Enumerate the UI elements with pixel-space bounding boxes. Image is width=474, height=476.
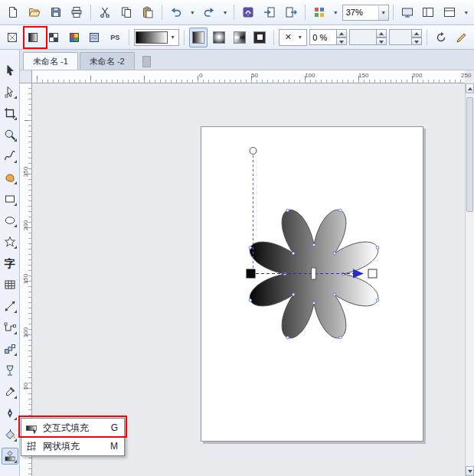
window-layout-button[interactable] [419,2,439,22]
spinner-steppers[interactable] [412,29,422,45]
step-down-icon[interactable] [412,37,422,46]
spinner-steppers[interactable] [337,29,347,45]
edit-fill-button[interactable] [453,28,471,47]
ellipse-tool[interactable] [2,212,18,229]
redo-button[interactable] [199,2,219,22]
paste-button[interactable] [138,2,158,22]
menu-item-interactive-fill[interactable]: 交互式填充 G [21,419,124,437]
freehand-tool[interactable] [2,148,18,165]
no-fill-button[interactable] [3,28,21,47]
fullscreen-preview-button[interactable] [397,2,417,22]
fountain-preview-dropdown[interactable]: ▾ [134,29,179,46]
flyout-corner-icon [14,139,17,142]
fill-tool[interactable] [2,426,18,443]
spinner-steppers[interactable] [377,29,387,45]
open-button[interactable] [25,2,44,22]
gradient-arrow-icon[interactable] [353,269,364,279]
square-fountain-button[interactable] [251,28,270,47]
import-button[interactable] [260,2,279,22]
steps-input[interactable] [389,29,412,45]
interactive-fill-tool[interactable] [2,448,18,465]
node-color-arrow-icon[interactable]: ▾ [295,29,305,46]
step-down-icon[interactable] [377,37,387,46]
copy-icon [120,6,132,18]
horizontal-ruler[interactable]: 0 50 100 150 200 250 [32,70,465,83]
gradient-end-handle[interactable] [368,269,377,278]
menu-item-shortcut: G [111,422,118,433]
tab-untitled-2[interactable]: 未命名 -2 [80,52,135,70]
tab-untitled-1[interactable]: 未命名 -1 [23,52,78,70]
rectangle-tool[interactable] [2,191,18,207]
cut-button[interactable] [95,2,115,22]
transparency-tool[interactable] [2,362,18,379]
swatch-dropdown-arrow-icon[interactable]: ▾ [168,29,178,46]
print-button[interactable] [67,2,87,22]
step-up-icon[interactable] [377,29,387,37]
toolbar-overflow-arrow-icon[interactable]: ▾ [461,4,471,21]
launcher-dropdown-arrow-icon[interactable]: ▾ [331,4,341,21]
new-document-icon [7,6,19,18]
redo-dropdown-arrow-icon[interactable]: ▾ [221,4,230,21]
outline-pen-tool[interactable] [2,405,18,422]
postscript-fill-button[interactable]: PS [106,28,124,47]
new-document-button[interactable] [3,2,23,22]
copy-button[interactable] [116,2,136,22]
zoom-dropdown-arrow-icon[interactable]: ▾ [378,5,388,20]
edge-pad-spinner[interactable] [309,29,347,45]
vertical-scrollbar[interactable] [465,83,474,476]
two-color-pattern-button[interactable] [44,28,63,47]
node-color-dropdown[interactable]: ✕▾ [279,29,307,46]
scroll-up-icon[interactable] [466,83,474,93]
transparency-glass-icon [4,364,16,377]
ruler-label: 250 [461,72,471,79]
fountain-fill-button[interactable] [24,28,42,47]
tab-strip-spacer [142,56,151,67]
texture-fill-button[interactable] [85,28,103,47]
linear-fountain-button[interactable] [189,28,208,47]
flyout-corner-icon [14,203,17,206]
smart-fill-tool[interactable] [2,169,18,186]
guide-circle-handle[interactable] [250,148,257,155]
edge-pad-input[interactable] [309,29,337,45]
step-up-icon[interactable] [337,29,347,37]
angle-input[interactable] [349,29,377,45]
copy-fill-properties-button[interactable] [432,28,450,47]
scrollbar-thumb[interactable] [466,97,473,212]
application-button[interactable] [238,2,258,22]
full-color-pattern-button[interactable] [65,28,83,47]
pick-tool[interactable] [2,62,18,79]
angle-spinner[interactable] [349,29,387,45]
undo-dropdown-arrow-icon[interactable]: ▾ [188,4,198,21]
eyedropper-tool[interactable] [2,383,18,400]
step-down-icon[interactable] [337,37,347,46]
zoom-combo[interactable]: ▾ [342,5,389,21]
polygon-tool[interactable] [2,233,18,250]
shape-tool[interactable] [2,83,18,100]
blend-tool[interactable] [2,341,18,357]
application-launcher-button[interactable] [309,2,329,22]
crop-tool[interactable] [2,105,18,122]
dimension-tool[interactable] [2,298,18,315]
connector-tool[interactable] [2,319,18,336]
text-tool[interactable]: 字 [2,255,18,272]
tab-label: 未命名 -1 [33,56,68,67]
gradient-midpoint-slider[interactable] [312,268,316,279]
table-tool[interactable] [2,276,18,293]
flyout-corner-icon [14,417,17,420]
save-button[interactable] [46,2,66,22]
radial-fountain-icon [213,31,225,44]
zoom-tool[interactable] [2,126,18,143]
window-layout-2-button[interactable] [440,2,459,22]
steps-spinner[interactable] [389,29,422,45]
export-button[interactable] [281,2,301,22]
ruler-origin-button[interactable] [20,70,32,83]
radial-fountain-button[interactable] [210,28,228,47]
scissors-icon [99,6,111,18]
step-up-icon[interactable] [412,29,422,37]
undo-button[interactable] [166,2,186,22]
conical-fountain-button[interactable] [230,28,249,47]
menu-item-mesh-fill[interactable]: 网状填充 M [21,437,124,455]
gradient-start-handle[interactable] [247,269,255,278]
zoom-level-input[interactable] [343,5,378,20]
scroll-down-icon[interactable] [466,466,474,476]
